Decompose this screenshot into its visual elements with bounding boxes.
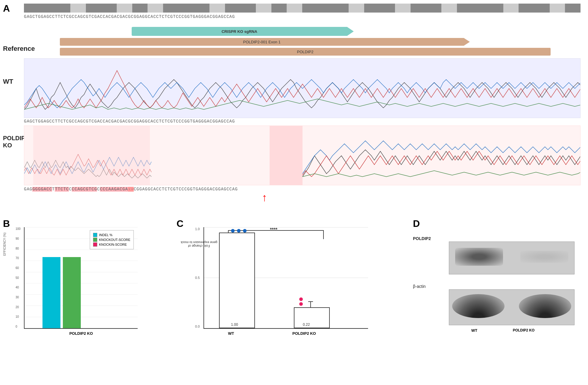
panel-a-label: A	[3, 3, 10, 14]
d-lane-ko: POLDIP2 KO	[509, 328, 539, 332]
b-y-axis-label: EFFICIENCY (%)	[3, 220, 6, 256]
wt-bar	[219, 233, 255, 328]
ko-dna-sequence: GAGGGGGACCTTTCTCCCCAGCGTCGCCCCAAGACGA--C…	[24, 187, 238, 192]
d-lane-wt: WT	[462, 328, 486, 333]
chart-b-legend: INDEL % KNOCKOUT-SCORE KNOCKIN-SCORE	[90, 230, 134, 249]
svg-rect-3	[33, 126, 150, 185]
crispr-track: CRISPR KO sgRNA	[132, 27, 347, 36]
ko-label: POLDIP2 KO	[3, 135, 21, 149]
svg-rect-2	[270, 126, 303, 185]
top-quality-bar	[24, 4, 581, 13]
significance-stars: ****	[270, 227, 277, 233]
ko-chromatogram	[24, 126, 581, 185]
b-x-label: POLDIP2 KO	[25, 331, 138, 336]
indel-bar	[42, 257, 60, 328]
c-x-label-wt: WT	[228, 331, 234, 336]
wt-label: WT	[3, 78, 13, 85]
ko-expression-bar	[294, 307, 330, 328]
c-x-label-ko: POLDIP2 KO	[292, 331, 316, 336]
wt-chromatogram	[24, 58, 581, 118]
red-arrow-indicator: ↑	[262, 192, 267, 203]
poldip2-blot	[449, 242, 575, 274]
poldip2-blot-label: POLDIP2	[413, 236, 431, 241]
panel-c-label: C	[177, 218, 183, 229]
c-y-axis-label: Fold change ofgene expression to mock	[177, 247, 185, 250]
top-dna-sequence: GAGCTGGAGCCTTCTCGCCAGCGTCGACCACGACGACGCG…	[24, 14, 235, 19]
chart-c: 0.00.51.0 **** 1.00 0.22 WT POLDIP2 KO	[203, 227, 368, 329]
panel-d-label: D	[413, 218, 420, 229]
reference-label: Reference	[3, 45, 35, 53]
gene-track: POLDIP2	[60, 48, 551, 56]
ko-value: 0.22	[303, 323, 310, 327]
beta-actin-label: β-actin	[413, 284, 426, 289]
knockout-bar	[63, 257, 81, 328]
wt-dna-sequence: GAGCTGGAGCCTTCTCGCCAGCGTCGACCACGACGACGCG…	[24, 119, 235, 124]
wt-value: 1.00	[231, 323, 238, 327]
exon-track: POLDIP2-001 Exon 1	[60, 38, 464, 46]
beta-actin-blot	[449, 289, 575, 325]
